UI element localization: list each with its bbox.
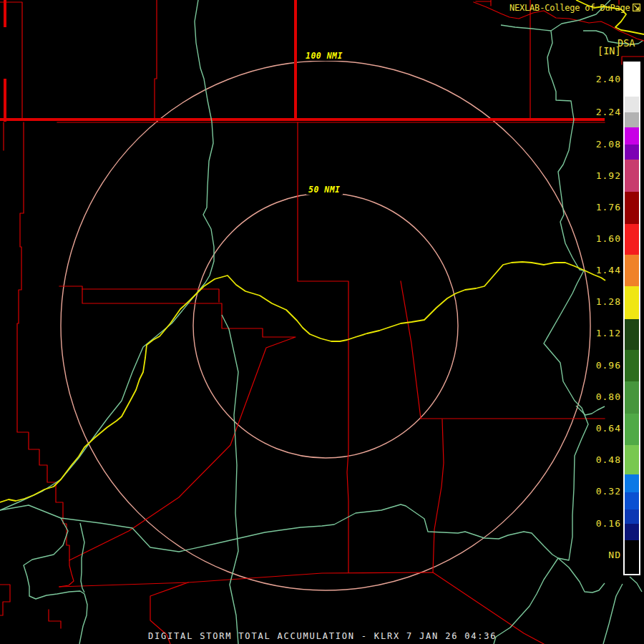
legend-color-segment (625, 97, 639, 112)
legend-color-segment (625, 381, 639, 414)
legend-color-segment (625, 112, 639, 127)
legend-scale-label: 1.92 (596, 170, 621, 181)
legend-color-segment (625, 445, 639, 474)
legend-scale-label: 1.76 (596, 202, 621, 213)
product-caption: DIGITAL STORM TOTAL ACCUMULATION - KLRX … (148, 631, 497, 641)
range-ring-100nmi (61, 61, 590, 590)
legend-scale-label: 1.60 (596, 233, 621, 244)
legend-scale-label: 2.24 (596, 107, 621, 117)
legend-scale-label: 0.48 (596, 454, 621, 465)
units-label: [IN] (597, 45, 621, 57)
legend-color-segment (625, 255, 639, 286)
legend-color-segment (625, 63, 639, 97)
legend-scale-label: 1.28 (596, 296, 621, 307)
legend-color-segment (625, 319, 639, 350)
range-ring-50nmi (193, 193, 458, 458)
legend-color-segment (625, 474, 639, 492)
legend-scale-label: 2.08 (596, 139, 621, 150)
range-rings (61, 61, 590, 590)
legend-color-segment (625, 192, 639, 224)
county-boundaries (0, 0, 644, 644)
legend-scale-label: 0.16 (596, 518, 621, 529)
legend-color-segment (625, 540, 639, 574)
legend-color-segment (625, 224, 639, 255)
legend-scale-label: 0.32 (596, 486, 621, 497)
range-ring-label-100nmi: 100 NMI (303, 51, 345, 61)
legend-scale-label: 0.96 (596, 360, 621, 371)
highlighted-river (0, 0, 644, 502)
legend-scale-label: 2.40 (596, 74, 621, 84)
attribution-title: NEXLAB-College of DuPage (509, 3, 630, 13)
legend-color-segment (625, 160, 639, 192)
legend-scale-label: 0.80 (596, 391, 621, 402)
legend-color-segment (625, 350, 639, 381)
legend-color-segment (625, 127, 639, 145)
legend-color-segment (625, 145, 639, 160)
external-link-box-icon (633, 4, 640, 11)
legend-scale-label: 0.64 (596, 423, 621, 434)
legend-colorbar (623, 62, 640, 575)
legend-scale-label: 1.44 (596, 265, 621, 275)
radar-map (0, 0, 644, 644)
legend-color-segment (625, 509, 639, 524)
range-ring-label-50nmi: 50 NMI (306, 185, 343, 195)
legend-color-segment (625, 492, 639, 509)
legend-scale-label: ND (608, 550, 621, 560)
legend-color-segment (625, 524, 639, 540)
legend-scale-label: 1.12 (596, 328, 621, 338)
legend-color-segment (625, 414, 639, 445)
legend-color-segment (625, 286, 639, 319)
